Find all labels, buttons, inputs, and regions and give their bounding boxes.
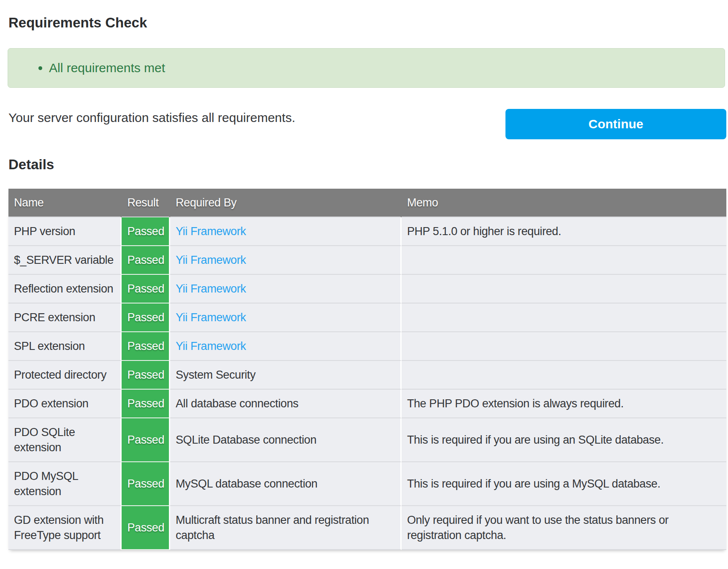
- requirement-name: PHP version: [8, 217, 122, 246]
- required-by: Multicraft status banner and registratio…: [170, 506, 402, 550]
- requirement-memo: [402, 275, 726, 303]
- requirement-name: PDO extension: [8, 390, 122, 418]
- table-header: Name Result Required By Memo: [8, 189, 726, 217]
- table-row: Reflection extensionPassedYii Framework: [8, 275, 726, 303]
- column-header-required-by: Required By: [170, 189, 402, 217]
- table-row: SPL extensionPassedYii Framework: [8, 332, 726, 361]
- result-badge: Passed: [122, 361, 170, 390]
- result-badge: Passed: [122, 506, 170, 550]
- requirement-memo: This is required if you are using an SQL…: [402, 418, 726, 462]
- requirement-name: SPL extension: [8, 332, 122, 361]
- table-row: PCRE extensionPassedYii Framework: [8, 303, 726, 332]
- requirements-met-alert: All requirements met: [8, 48, 725, 88]
- requirements-table-body: PHP versionPassedYii FrameworkPHP 5.1.0 …: [8, 217, 726, 550]
- continue-button[interactable]: Continue: [505, 109, 726, 139]
- result-badge: Passed: [122, 418, 170, 462]
- required-by: MySQL database connection: [170, 462, 402, 506]
- requirement-name: PDO MySQL extension: [8, 462, 122, 506]
- result-badge: Passed: [122, 462, 170, 506]
- result-badge: Passed: [122, 275, 170, 303]
- requirement-name: $_SERVER variable: [8, 246, 122, 275]
- column-header-memo: Memo: [402, 189, 726, 217]
- required-by: All database connections: [170, 390, 402, 418]
- column-header-result: Result: [122, 189, 170, 217]
- summary-text: Your server configuration satisfies all …: [8, 110, 295, 125]
- required-by: Yii Framework: [170, 332, 402, 361]
- page-title: Requirements Check: [8, 15, 728, 30]
- requirement-name: PCRE extension: [8, 303, 122, 332]
- result-badge: Passed: [122, 217, 170, 246]
- alert-message: All requirements met: [49, 60, 725, 76]
- table-row: $_SERVER variablePassedYii Framework: [8, 246, 726, 275]
- required-by-link[interactable]: Yii Framework: [176, 282, 246, 295]
- requirement-memo: [402, 361, 726, 390]
- table-row: PDO MySQL extensionPassedMySQL database …: [8, 462, 726, 506]
- required-by: Yii Framework: [170, 217, 402, 246]
- requirements-check-page: Requirements Check All requirements met …: [0, 0, 728, 569]
- table-row: Protected directoryPassedSystem Security: [8, 361, 726, 390]
- required-by: Yii Framework: [170, 275, 402, 303]
- result-badge: Passed: [122, 246, 170, 275]
- requirement-memo: Only required if you want to use the sta…: [402, 506, 726, 550]
- required-by: Yii Framework: [170, 246, 402, 275]
- required-by: System Security: [170, 361, 402, 390]
- requirement-name: GD extension with FreeType support: [8, 506, 122, 550]
- result-badge: Passed: [122, 390, 170, 418]
- required-by-link[interactable]: Yii Framework: [176, 254, 246, 266]
- table-row: PDO extensionPassedAll database connecti…: [8, 390, 726, 418]
- requirement-name: PDO SQLite extension: [8, 418, 122, 462]
- summary-action-row: Your server configuration satisfies all …: [8, 109, 726, 139]
- alert-message-list: All requirements met: [8, 60, 725, 76]
- required-by: Yii Framework: [170, 303, 402, 332]
- required-by-link[interactable]: Yii Framework: [176, 311, 246, 324]
- required-by: SQLite Database connection: [170, 418, 402, 462]
- column-header-name: Name: [8, 189, 122, 217]
- requirement-memo: This is required if you are using a MySQ…: [402, 462, 726, 506]
- table-row: GD extension with FreeType supportPassed…: [8, 506, 726, 550]
- required-by-link[interactable]: Yii Framework: [176, 225, 246, 238]
- requirements-table: Name Result Required By Memo PHP version…: [8, 189, 726, 550]
- requirement-memo: The PHP PDO extension is always required…: [402, 390, 726, 418]
- table-row: PHP versionPassedYii FrameworkPHP 5.1.0 …: [8, 217, 726, 246]
- requirement-name: Protected directory: [8, 361, 122, 390]
- details-title: Details: [8, 157, 728, 172]
- result-badge: Passed: [122, 332, 170, 361]
- requirement-memo: PHP 5.1.0 or higher is required.: [402, 217, 726, 246]
- required-by-link[interactable]: Yii Framework: [176, 340, 246, 352]
- requirement-memo: [402, 246, 726, 275]
- requirement-name: Reflection extension: [8, 275, 122, 303]
- requirement-memo: [402, 332, 726, 361]
- table-row: PDO SQLite extensionPassedSQLite Databas…: [8, 418, 726, 462]
- result-badge: Passed: [122, 303, 170, 332]
- requirement-memo: [402, 303, 726, 332]
